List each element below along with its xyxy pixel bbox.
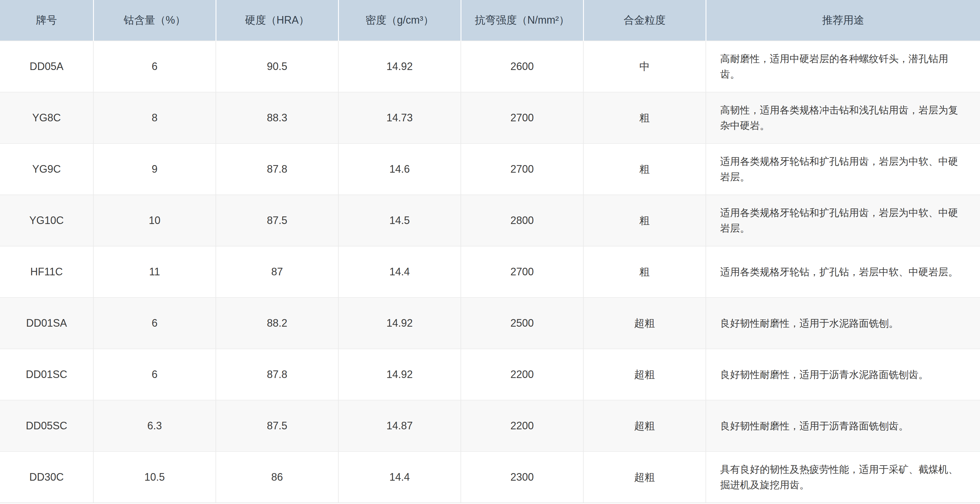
- cell-usage: 具有良好的韧性及热疲劳性能，适用于采矿、截煤机、掘进机及旋挖用齿。: [706, 452, 980, 503]
- cell-cobalt: 6: [93, 41, 216, 92]
- table-row: DD05SC 6.3 87.5 14.87 2200 超粗 良好韧性耐磨性，适用…: [0, 400, 980, 452]
- cell-grain: 超粗: [583, 400, 706, 452]
- table-row: DD05A 6 90.5 14.92 2600 中 高耐磨性，适用中硬岩层的各种…: [0, 41, 980, 92]
- cell-usage: 高韧性，适用各类规格冲击钻和浅孔钻用齿，岩层为复杂中硬岩。: [706, 92, 980, 143]
- cell-hardness: 90.5: [216, 41, 338, 92]
- cell-hardness: 87.5: [216, 400, 338, 452]
- cell-cobalt: 11: [93, 246, 216, 297]
- header-row: 牌号 钴含量（%） 硬度（HRA） 密度（g/cm³） 抗弯强度（N/mm²） …: [0, 0, 980, 41]
- cell-grade: DD05A: [0, 41, 93, 92]
- column-header-bending-strength: 抗弯强度（N/mm²）: [461, 0, 583, 41]
- cell-grain: 超粗: [583, 297, 706, 349]
- cell-cobalt: 6.3: [93, 400, 216, 452]
- cell-grade: YG8C: [0, 92, 93, 143]
- cell-grade: DD01SC: [0, 349, 93, 400]
- cell-grain: 粗: [583, 246, 706, 297]
- cell-cobalt: 6: [93, 297, 216, 349]
- table-row: YG9C 9 87.8 14.6 2700 粗 适用各类规格牙轮钻和扩孔钻用齿，…: [0, 143, 980, 195]
- cell-grade: DD05SC: [0, 400, 93, 452]
- cell-cobalt: 10.5: [93, 452, 216, 503]
- cell-usage: 良好韧性耐磨性，适用于水泥路面铣刨。: [706, 297, 980, 349]
- cell-strength: 2200: [461, 400, 583, 452]
- cell-grade: DD01SA: [0, 297, 93, 349]
- cell-cobalt: 6: [93, 349, 216, 400]
- cell-usage: 良好韧性耐磨性，适用于沥青水泥路面铣刨齿。: [706, 349, 980, 400]
- column-header-hardness: 硬度（HRA）: [216, 0, 338, 41]
- column-header-cobalt-content: 钴含量（%）: [93, 0, 216, 41]
- cell-strength: 2800: [461, 195, 583, 246]
- table-row: DD01SC 6 87.8 14.92 2200 超粗 良好韧性耐磨性，适用于沥…: [0, 349, 980, 400]
- cell-grain: 粗: [583, 143, 706, 195]
- cell-strength: 2700: [461, 143, 583, 195]
- cell-density: 14.87: [338, 400, 461, 452]
- cell-hardness: 87.5: [216, 195, 338, 246]
- cell-density: 14.4: [338, 246, 461, 297]
- cell-grain: 超粗: [583, 452, 706, 503]
- column-header-grain-size: 合金粒度: [583, 0, 706, 41]
- cell-strength: 2500: [461, 297, 583, 349]
- cell-density: 14.92: [338, 349, 461, 400]
- cell-density: 14.5: [338, 195, 461, 246]
- cell-grade: DD30C: [0, 452, 93, 503]
- cell-density: 14.92: [338, 41, 461, 92]
- table-row: YG10C 10 87.5 14.5 2800 粗 适用各类规格牙轮钻和扩孔钻用…: [0, 195, 980, 246]
- cell-grain: 中: [583, 41, 706, 92]
- table-row: YG8C 8 88.3 14.73 2700 粗 高韧性，适用各类规格冲击钻和浅…: [0, 92, 980, 143]
- cell-density: 14.4: [338, 452, 461, 503]
- cell-grain: 粗: [583, 92, 706, 143]
- cell-grain: 超粗: [583, 349, 706, 400]
- cell-usage: 适用各类规格牙轮钻，扩孔钻，岩层中软、中硬岩层。: [706, 246, 980, 297]
- cell-density: 14.73: [338, 92, 461, 143]
- cell-usage: 适用各类规格牙轮钻和扩孔钻用齿，岩层为中软、中硬岩层。: [706, 143, 980, 195]
- cell-hardness: 88.3: [216, 92, 338, 143]
- alloy-grades-table: 牌号 钴含量（%） 硬度（HRA） 密度（g/cm³） 抗弯强度（N/mm²） …: [0, 0, 980, 503]
- cell-strength: 2200: [461, 349, 583, 400]
- cell-strength: 2600: [461, 41, 583, 92]
- cell-density: 14.92: [338, 297, 461, 349]
- cell-hardness: 87.8: [216, 143, 338, 195]
- cell-grain: 粗: [583, 195, 706, 246]
- column-header-recommended-use: 推荐用途: [706, 0, 980, 41]
- cell-strength: 2700: [461, 92, 583, 143]
- cell-hardness: 87.8: [216, 349, 338, 400]
- cell-hardness: 88.2: [216, 297, 338, 349]
- column-header-density: 密度（g/cm³）: [338, 0, 461, 41]
- column-header-grade: 牌号: [0, 0, 93, 41]
- cell-grade: HF11C: [0, 246, 93, 297]
- table-row: DD01SA 6 88.2 14.92 2500 超粗 良好韧性耐磨性，适用于水…: [0, 297, 980, 349]
- cell-hardness: 86: [216, 452, 338, 503]
- cell-cobalt: 9: [93, 143, 216, 195]
- cell-usage: 良好韧性耐磨性，适用于沥青路面铣刨齿。: [706, 400, 980, 452]
- cell-strength: 2700: [461, 246, 583, 297]
- table-row: HF11C 11 87 14.4 2700 粗 适用各类规格牙轮钻，扩孔钻，岩层…: [0, 246, 980, 297]
- cell-strength: 2300: [461, 452, 583, 503]
- cell-usage: 高耐磨性，适用中硬岩层的各种螺纹钎头，潜孔钻用齿。: [706, 41, 980, 92]
- cell-cobalt: 10: [93, 195, 216, 246]
- cell-grade: YG10C: [0, 195, 93, 246]
- cell-hardness: 87: [216, 246, 338, 297]
- cell-density: 14.6: [338, 143, 461, 195]
- cell-cobalt: 8: [93, 92, 216, 143]
- cell-grade: YG9C: [0, 143, 93, 195]
- table-row: DD30C 10.5 86 14.4 2300 超粗 具有良好的韧性及热疲劳性能…: [0, 452, 980, 503]
- cell-usage: 适用各类规格牙轮钻和扩孔钻用齿，岩层为中软、中硬岩层。: [706, 195, 980, 246]
